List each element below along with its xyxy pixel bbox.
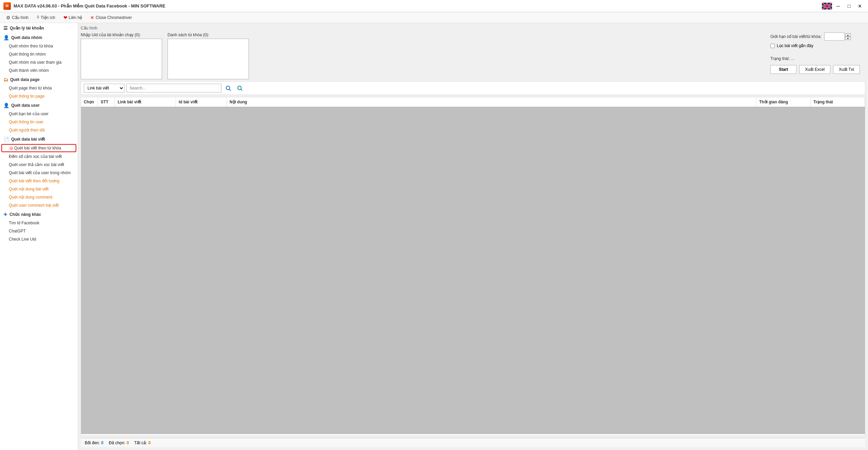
sidebar-section-quan-ly-tai-khoan[interactable]: ☰ Quản lý tài khoản	[0, 23, 78, 33]
menu-tien-ich[interactable]: ⠿ Tiện ích	[33, 14, 59, 21]
sidebar-section-quet-data-bai-viet[interactable]: 📄 Quét data bài viết	[0, 134, 78, 144]
title-bar: M MAX DATA v24.06.03 - Phần Mềm Quét Dat…	[0, 0, 868, 12]
sidebar-item-quet-nhom-theo-tu-khoa[interactable]: Quét nhóm theo từ khóa	[0, 42, 78, 50]
th-chon: Chọn	[81, 97, 98, 107]
maximize-button[interactable]: □	[844, 1, 854, 11]
filter-recent-checkbox[interactable]	[770, 44, 775, 48]
uid-textarea[interactable]	[81, 39, 162, 79]
sidebar-item-check-live-uid[interactable]: Check Live Uid	[0, 235, 78, 243]
da-chon-label: Đã chọn:	[109, 441, 125, 445]
sidebar-section-quet-data-page[interactable]: 🗂 Quét data page	[0, 75, 78, 84]
page-icon: 🗂	[3, 77, 8, 82]
menu-close-chromedriver[interactable]: ✕ Close Chromedriver	[87, 14, 135, 22]
sidebar-item-quet-thanh-vien-nhom[interactable]: Quét thành viên nhóm	[0, 66, 78, 75]
limit-row: Giới hạn số bài viết/từ khóa: 100 ▲ ▼	[770, 33, 851, 41]
sidebar-item-chatgpt[interactable]: ChatGPT	[0, 227, 78, 235]
highlighted-circle-icon: ◎	[9, 146, 13, 150]
sidebar-section-quet-data-user[interactable]: 👤 Quét data user	[0, 100, 78, 110]
svg-line-10	[229, 89, 231, 90]
main-layout: ☰ Quản lý tài khoản 👤 Quét data nhóm Qué…	[0, 23, 868, 450]
close-button[interactable]: ✕	[855, 1, 865, 11]
sidebar-section-quet-data-bai-viet-label: Quét data bài viết	[11, 137, 45, 142]
data-table: Chọn STT Link bài viết Id bài viết Nội d…	[81, 97, 865, 436]
uid-field: Nhập Uid của tài khoản chạy (0):	[81, 33, 162, 79]
menu-lien-he[interactable]: ❤ Liên hệ	[60, 14, 86, 22]
tien-ich-icon: ⠿	[37, 15, 39, 20]
start-button[interactable]: Start	[770, 65, 796, 74]
th-trang-thai: Trạng thái	[811, 97, 865, 107]
sidebar-item-quet-bai-viet-theo-tu-khoa[interactable]: ◎Quét bài viết theo từ khóa	[1, 144, 76, 152]
sidebar-item-quet-nguoi-theo-doi[interactable]: Quét người theo dõi	[0, 126, 78, 134]
spinner-down-button[interactable]: ▼	[845, 37, 851, 40]
status-da-chon: Đã chọn: 0	[109, 441, 129, 445]
uid-field-label: Nhập Uid của tài khoản chạy (0):	[81, 33, 162, 37]
sidebar-item-tim-id-facebook[interactable]: Tìm Id Facebook	[0, 219, 78, 227]
keywords-field: Danh sách từ khóa (0):	[167, 33, 249, 79]
spinner-up-button[interactable]: ▲	[845, 33, 851, 37]
sidebar-item-quet-bai-viet-theo-doi-tuong[interactable]: Quét bài viết theo đối tượng	[0, 177, 78, 185]
tat-ca-value: 0	[148, 441, 151, 445]
export-excel-button[interactable]: Xuất Excel	[799, 65, 830, 74]
limit-spinner: 100 ▲ ▼	[824, 33, 851, 41]
content-area: Cấu hình Nhập Uid của tài khoản chạy (0)…	[78, 23, 868, 450]
sidebar-item-quet-thong-tin-user[interactable]: Quét thông tin user	[0, 118, 78, 126]
th-thoi-gian-dang: Thời gian đăng	[756, 97, 811, 107]
sidebar-item-quet-user-tha-cam-xuc[interactable]: Quét user thả cảm xúc bài viết	[0, 161, 78, 169]
status-boi-den: Bồi đen: 0	[85, 441, 103, 445]
search-button-cyan[interactable]	[235, 84, 244, 93]
status-bar: Bồi đen: 0 Đã chọn: 0 Tất cả: 0	[81, 438, 865, 447]
action-buttons: Start Xuất Excel Xuất Txt	[770, 65, 860, 74]
sidebar-item-quet-thong-tin-nhom[interactable]: Quét thông tin nhóm	[0, 50, 78, 58]
sidebar-section-quet-data-user-label: Quét data user	[11, 103, 40, 108]
title-bar-left: M MAX DATA v24.06.03 - Phần Mềm Quét Dat…	[3, 2, 165, 10]
sidebar-section-quet-data-nhom[interactable]: 👤 Quét data nhóm	[0, 33, 78, 42]
sidebar-item-dem-so-cam-xuc[interactable]: Đếm số cảm xúc của bài viết	[0, 152, 78, 161]
export-txt-button[interactable]: Xuất Txt	[833, 65, 860, 74]
group-icon: 👤	[3, 35, 9, 40]
title-bar-right: ─ □ ✕	[822, 1, 865, 11]
search-button-blue[interactable]	[223, 84, 233, 93]
config-row: Nhập Uid của tài khoản chạy (0): Danh sá…	[81, 33, 865, 79]
sidebar-section-chuc-nang-khac[interactable]: ✈ Chức năng khác	[0, 209, 78, 219]
sidebar-section-quet-data-page-label: Quét data page	[10, 77, 40, 82]
menu-cau-hinh[interactable]: ⚙ Cấu hình	[3, 14, 32, 22]
keywords-textarea[interactable]	[167, 39, 249, 79]
config-right-panel: Giới hạn số bài viết/từ khóa: 100 ▲ ▼ Lọ…	[770, 33, 865, 74]
config-title: Cấu hình	[81, 26, 865, 30]
sidebar-item-quet-page-theo-tu-khoa[interactable]: Quét page theo từ khóa	[0, 84, 78, 92]
sidebar-item-quet-ban-be-cua-user[interactable]: Quét bạn bè của user	[0, 110, 78, 118]
search-type-dropdown[interactable]: Link bài viết	[84, 84, 124, 93]
th-stt: STT	[98, 97, 115, 107]
sidebar-item-quet-nhom-ma-user-tham-gia[interactable]: Quét nhóm mà user tham gia	[0, 58, 78, 66]
list-icon: ☰	[3, 25, 8, 31]
menu-bar: ⚙ Cấu hình ⠿ Tiện ích ❤ Liên hệ ✕ Close …	[0, 12, 868, 23]
config-section: Cấu hình Nhập Uid của tài khoản chạy (0)…	[81, 26, 865, 79]
document-icon: 📄	[3, 137, 9, 142]
menu-tien-ich-label: Tiện ích	[41, 15, 55, 20]
svg-point-11	[238, 86, 241, 90]
da-chon-value: 0	[126, 441, 129, 445]
svg-line-12	[241, 89, 242, 90]
sidebar-item-quet-user-comment-bai-viet[interactable]: Quét user comment bài viết	[0, 201, 78, 209]
th-id-bai-viet: Id bài viết	[176, 97, 227, 107]
language-flag[interactable]	[822, 3, 832, 9]
app-logo: M	[3, 2, 11, 10]
table-body	[81, 107, 865, 434]
sidebar-item-quet-bai-viet-cua-user-trong-nhom[interactable]: Quét bài viết của user trong nhóm	[0, 169, 78, 177]
minimize-button[interactable]: ─	[833, 1, 843, 11]
sidebar-item-quet-noi-dung-bai-viet[interactable]: Quét nội dung bài viết	[0, 185, 78, 193]
svg-point-9	[226, 86, 230, 90]
sidebar-item-quet-thong-tin-page[interactable]: Quét thông tin page	[0, 92, 78, 100]
sidebar-section-quet-data-nhom-label: Quét data nhóm	[11, 35, 42, 40]
limit-input[interactable]: 100	[824, 33, 845, 41]
sidebar-section-quan-ly-tai-khoan-label: Quản lý tài khoản	[10, 26, 44, 30]
search-input[interactable]	[126, 84, 221, 93]
menu-close-chromedriver-label: Close Chromedriver	[96, 15, 132, 20]
status-row: Trạng thái: ...	[770, 56, 794, 61]
th-noi-dung: Nội dung	[227, 97, 756, 107]
sidebar-item-quet-noi-dung-comment[interactable]: Quét nội dung comment	[0, 193, 78, 201]
tat-ca-label: Tất cả:	[134, 441, 147, 445]
cau-hinh-icon: ⚙	[6, 15, 11, 20]
keywords-field-label: Danh sách từ khóa (0):	[167, 33, 249, 37]
filter-recent-row: Lọc bài viết gần đây	[770, 43, 813, 48]
